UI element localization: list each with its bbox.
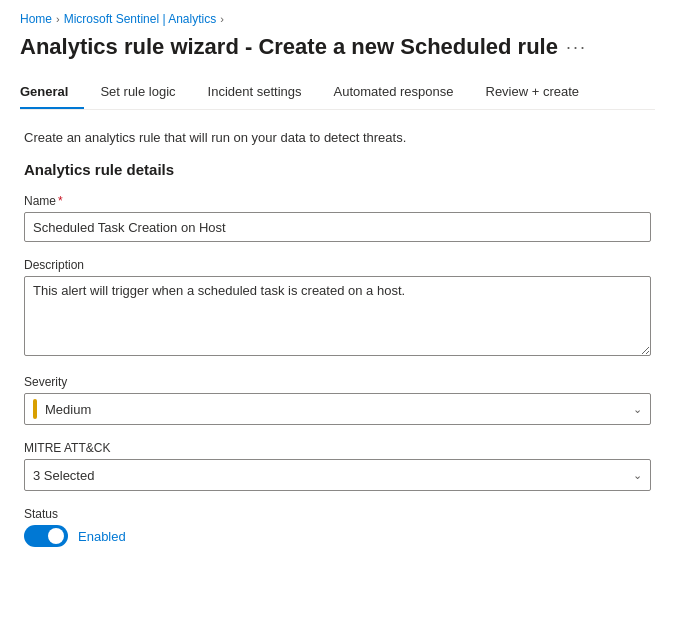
status-label: Status [24, 507, 651, 521]
breadcrumb-home[interactable]: Home [20, 12, 52, 26]
status-toggle-row: Enabled [24, 525, 651, 547]
content-area: Create an analytics rule that will run o… [20, 130, 655, 547]
breadcrumb-sep-2: › [220, 13, 224, 25]
wizard-tabs: General Set rule logic Incident settings… [20, 76, 655, 110]
description-field-group: Description This alert will trigger when… [24, 258, 651, 359]
name-field-group: Name* [24, 194, 651, 242]
severity-dropdown[interactable]: Medium ⌄ [24, 393, 651, 425]
tab-review-create[interactable]: Review + create [470, 76, 596, 109]
toggle-thumb [48, 528, 64, 544]
section-title: Analytics rule details [24, 161, 651, 178]
name-label: Name* [24, 194, 651, 208]
severity-chevron-icon: ⌄ [633, 403, 642, 416]
mitre-dropdown-left: 3 Selected [33, 468, 94, 483]
status-value: Enabled [78, 529, 126, 544]
intro-text: Create an analytics rule that will run o… [24, 130, 651, 145]
breadcrumb: Home › Microsoft Sentinel | Analytics › [20, 12, 655, 26]
tab-automated-response[interactable]: Automated response [318, 76, 470, 109]
severity-label: Severity [24, 375, 651, 389]
mitre-field-group: MITRE ATT&CK 3 Selected ⌄ [24, 441, 651, 491]
page-title: Analytics rule wizard - Create a new Sch… [20, 34, 558, 60]
severity-value: Medium [45, 402, 91, 417]
severity-field-group: Severity Medium ⌄ [24, 375, 651, 425]
name-required: * [58, 194, 63, 208]
status-field-group: Status Enabled [24, 507, 651, 547]
description-input[interactable]: This alert will trigger when a scheduled… [24, 276, 651, 356]
severity-dropdown-left: Medium [33, 399, 91, 419]
name-input[interactable] [24, 212, 651, 242]
tab-incident-settings[interactable]: Incident settings [192, 76, 318, 109]
page-title-menu-button[interactable]: ··· [566, 37, 587, 58]
mitre-dropdown[interactable]: 3 Selected ⌄ [24, 459, 651, 491]
tab-general[interactable]: General [20, 76, 84, 109]
breadcrumb-sentinel[interactable]: Microsoft Sentinel | Analytics [64, 12, 217, 26]
description-label: Description [24, 258, 651, 272]
mitre-chevron-icon: ⌄ [633, 469, 642, 482]
status-toggle[interactable] [24, 525, 68, 547]
mitre-label: MITRE ATT&CK [24, 441, 651, 455]
mitre-value: 3 Selected [33, 468, 94, 483]
breadcrumb-sep-1: › [56, 13, 60, 25]
page-title-row: Analytics rule wizard - Create a new Sch… [20, 34, 655, 60]
tab-set-rule-logic[interactable]: Set rule logic [84, 76, 191, 109]
severity-color-indicator [33, 399, 37, 419]
